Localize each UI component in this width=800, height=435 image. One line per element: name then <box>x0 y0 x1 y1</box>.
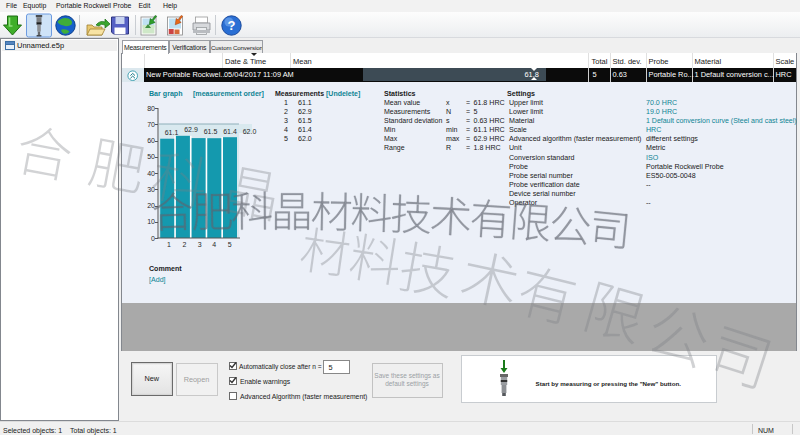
svg-text:?: ? <box>228 18 236 33</box>
